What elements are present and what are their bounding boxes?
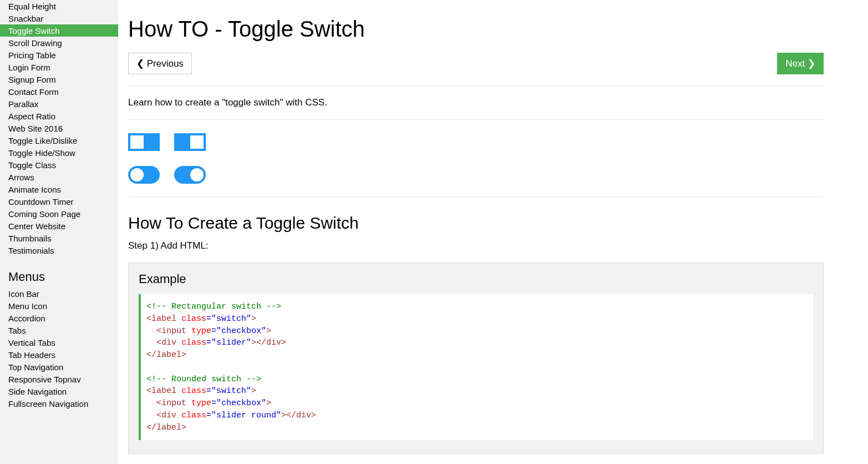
sidebar-item[interactable]: Menu Icon — [0, 300, 118, 312]
sidebar: Equal Height Snackbar Toggle Switch Scro… — [0, 0, 118, 464]
sidebar-item[interactable]: Web Site 2016 — [0, 122, 118, 134]
sidebar-item[interactable]: Equal Height — [0, 0, 118, 12]
divider — [128, 196, 824, 197]
toggle-switch-round-on[interactable] — [174, 166, 206, 184]
sidebar-item[interactable]: Signup Form — [0, 73, 118, 85]
sidebar-item[interactable]: Scroll Drawing — [0, 37, 118, 49]
sidebar-item[interactable]: Toggle Like/Dislike — [0, 134, 118, 147]
sidebar-item[interactable]: Tab Headers — [0, 349, 118, 361]
previous-button[interactable]: ❮ Previous — [128, 53, 192, 74]
sidebar-item[interactable]: Testimonials — [0, 244, 118, 256]
sidebar-item[interactable]: Vertical Tabs — [0, 336, 118, 349]
sidebar-item-toggle-switch[interactable]: Toggle Switch — [0, 24, 118, 37]
sidebar-item[interactable]: Toggle Class — [0, 159, 118, 171]
step-text: Step 1) Add HTML: — [128, 240, 824, 251]
code-block: <!-- Rectangular switch --> <label class… — [139, 294, 813, 440]
sidebar-item[interactable]: Thumbnails — [0, 232, 118, 244]
switch-demo-row-square — [128, 133, 824, 153]
sidebar-item[interactable]: Aspect Ratio — [0, 110, 118, 122]
toggle-switch-square-off[interactable] — [128, 133, 160, 151]
page-title: How TO - Toggle Switch — [128, 17, 824, 42]
sidebar-item[interactable]: Arrows — [0, 171, 118, 183]
sidebar-item[interactable]: Animate Icons — [0, 183, 118, 195]
sidebar-item[interactable]: Parallax — [0, 98, 118, 110]
sidebar-item[interactable]: Top Navigation — [0, 361, 118, 373]
switch-demo-row-round — [128, 166, 824, 185]
sidebar-item[interactable]: Tabs — [0, 324, 118, 336]
sidebar-item[interactable]: Accordion — [0, 312, 118, 324]
sidebar-item[interactable]: Responsive Topnav — [0, 373, 118, 385]
next-button[interactable]: Next ❯ — [777, 53, 824, 74]
sidebar-item[interactable]: Center Website — [0, 220, 118, 232]
sidebar-item[interactable]: Countdown Timer — [0, 195, 118, 208]
sidebar-item[interactable]: Side Navigation — [0, 385, 118, 397]
divider — [128, 85, 824, 86]
toggle-switch-square-on[interactable] — [174, 133, 206, 151]
sidebar-item[interactable]: Login Form — [0, 61, 118, 73]
sidebar-item[interactable]: Snackbar — [0, 12, 118, 24]
sidebar-item[interactable]: Toggle Hide/Show — [0, 147, 118, 159]
main-content: How TO - Toggle Switch ❮ Previous Next ❯… — [118, 0, 868, 464]
section-heading: How To Create a Toggle Switch — [128, 214, 824, 233]
example-box: Example <!-- Rectangular switch --> <lab… — [128, 263, 824, 454]
sidebar-item[interactable]: Icon Bar — [0, 288, 118, 300]
toggle-switch-round-off[interactable] — [128, 166, 160, 184]
sidebar-heading-menus: Menus — [0, 256, 118, 288]
divider — [128, 119, 824, 120]
sidebar-item[interactable]: Fullscreen Navigation — [0, 397, 118, 410]
sidebar-item[interactable]: Coming Soon Page — [0, 208, 118, 220]
nav-row: ❮ Previous Next ❯ — [128, 53, 824, 74]
intro-text: Learn how to create a "toggle switch" wi… — [128, 97, 824, 108]
example-heading: Example — [139, 272, 813, 286]
sidebar-item[interactable]: Contact Form — [0, 85, 118, 98]
sidebar-item[interactable]: Pricing Table — [0, 49, 118, 61]
